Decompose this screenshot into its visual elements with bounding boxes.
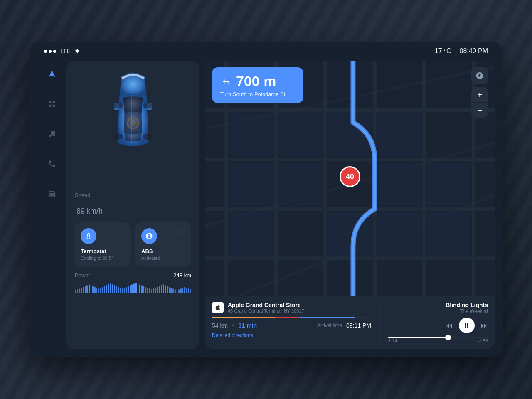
speed-value: 89km/h: [75, 198, 191, 217]
power-bar: [169, 287, 170, 293]
svg-rect-3: [53, 105, 55, 107]
car-panel: Speed 89km/h T: [66, 61, 200, 349]
power-bar: [77, 289, 78, 293]
music-progress-bar[interactable]: [388, 337, 488, 338]
power-bar: [114, 285, 115, 293]
svg-point-4: [49, 135, 51, 137]
abs-card[interactable]: ⓘ ABS Activated: [135, 222, 191, 266]
car-image-area: [66, 61, 200, 185]
svg-rect-27: [279, 113, 322, 156]
power-bar: [86, 285, 88, 293]
power-bar: [145, 287, 146, 293]
signal-dot-1: [44, 50, 47, 53]
power-header: Power 248 km: [75, 272, 191, 278]
power-bar: [139, 284, 140, 293]
music-artist: The Weeknd: [388, 308, 488, 314]
status-left: LTE ✱: [44, 48, 80, 54]
power-bar: [131, 284, 133, 293]
power-bar: [130, 285, 131, 293]
svg-point-5: [53, 134, 55, 136]
power-bar: [100, 288, 101, 293]
power-bar: [128, 286, 129, 293]
signal-dot-2: [49, 50, 52, 53]
power-bar: [172, 288, 174, 293]
main-content: Speed 89km/h T: [29, 61, 503, 357]
zoom-out-button[interactable]: −: [471, 103, 488, 118]
nav-distance: 700 m: [220, 73, 295, 89]
power-bar: [178, 289, 180, 293]
trip-progress-bar: [212, 317, 371, 318]
thermostat-icon: [81, 228, 96, 244]
svg-point-6: [113, 103, 123, 109]
music-progress-thumb: [445, 335, 451, 340]
progress-blue: [300, 317, 355, 318]
sidebar-item-navigation[interactable]: [43, 65, 61, 83]
power-bar: [188, 288, 190, 293]
bluetooth-icon: ✱: [75, 48, 80, 54]
sidebar-item-music[interactable]: [43, 125, 61, 143]
power-bar: [135, 283, 137, 293]
power-bar: [89, 284, 90, 293]
detailed-directions-link[interactable]: Detailed directions: [212, 332, 371, 338]
music-controls: ⏮ ⏸ ⏭: [388, 318, 488, 333]
svg-rect-1: [53, 101, 55, 103]
speed-section: Speed 89km/h: [75, 192, 191, 217]
music-current-time: 1:24: [388, 338, 397, 343]
power-bar: [75, 290, 76, 293]
zoom-in-button[interactable]: +: [471, 87, 488, 102]
destination-section: Apple Grand Central Store 45 Grand Centr…: [212, 302, 380, 343]
power-bar: [155, 288, 156, 293]
power-bar: [116, 286, 117, 293]
svg-rect-36: [378, 212, 421, 255]
thermostat-subtitle: Cooling to 26.5°: [81, 256, 125, 261]
svg-rect-34: [229, 212, 273, 255]
power-bar: [149, 288, 150, 293]
next-track-button[interactable]: ⏭: [480, 321, 488, 330]
abs-icon: [141, 228, 157, 244]
power-bar: [170, 288, 172, 293]
power-bar: [92, 286, 94, 293]
speed-number: 89: [76, 207, 85, 215]
power-bar: [180, 288, 182, 293]
music-info: Blinding Lights The Weeknd: [388, 302, 488, 314]
power-bar: [143, 286, 145, 293]
power-bar: [186, 288, 187, 293]
nav-street: Turn South to Potsdame St.: [220, 91, 295, 97]
sidebar-item-phone[interactable]: [43, 155, 61, 173]
sidebar-item-apps[interactable]: [43, 95, 61, 113]
power-bar: [133, 283, 135, 293]
power-bars: [75, 282, 191, 293]
previous-track-button[interactable]: ⏮: [446, 321, 453, 330]
turn-right-icon: [220, 76, 232, 87]
power-bar: [81, 288, 82, 293]
power-bar: [159, 286, 160, 293]
music-progress-fill: [388, 337, 448, 338]
speed-limit-value: 40: [346, 172, 354, 181]
svg-rect-0: [49, 101, 52, 103]
svg-rect-33: [427, 163, 470, 206]
map-controls: + −: [471, 67, 488, 118]
destination-address: 45 Grand Central Terminal, NY 10017: [228, 308, 304, 313]
zoom-controls: + −: [471, 87, 488, 118]
signal-dots: [44, 50, 56, 53]
map-panel: 700 m Turn South to Potsdame St. 40: [205, 61, 495, 349]
zoom-in-icon: +: [477, 90, 482, 100]
power-section: Power 248 km: [75, 272, 191, 293]
nav-distance-text: 700 m: [236, 73, 276, 89]
signal-dot-3: [53, 50, 56, 53]
music-times: 1:24 -1:58: [388, 338, 488, 343]
music-title: Blinding Lights: [388, 302, 488, 308]
abs-subtitle: Activated: [141, 256, 185, 261]
time-display: 08:40 PM: [460, 47, 488, 55]
power-bar: [79, 288, 80, 293]
map-area[interactable]: 700 m Turn South to Potsdame St. 40: [205, 61, 495, 296]
car-top-view-svg: [96, 65, 170, 181]
thermostat-card[interactable]: Termostat Cooling to 26.5°: [75, 222, 131, 266]
power-bar: [102, 287, 103, 293]
svg-point-8: [113, 133, 123, 140]
abs-info-icon[interactable]: ⓘ: [180, 228, 185, 236]
music-section: Blinding Lights The Weeknd ⏮ ⏸ ⏭: [380, 302, 488, 343]
sidebar-item-car[interactable]: [43, 185, 61, 203]
compass-button[interactable]: [471, 67, 488, 84]
play-pause-button[interactable]: ⏸: [459, 318, 475, 333]
